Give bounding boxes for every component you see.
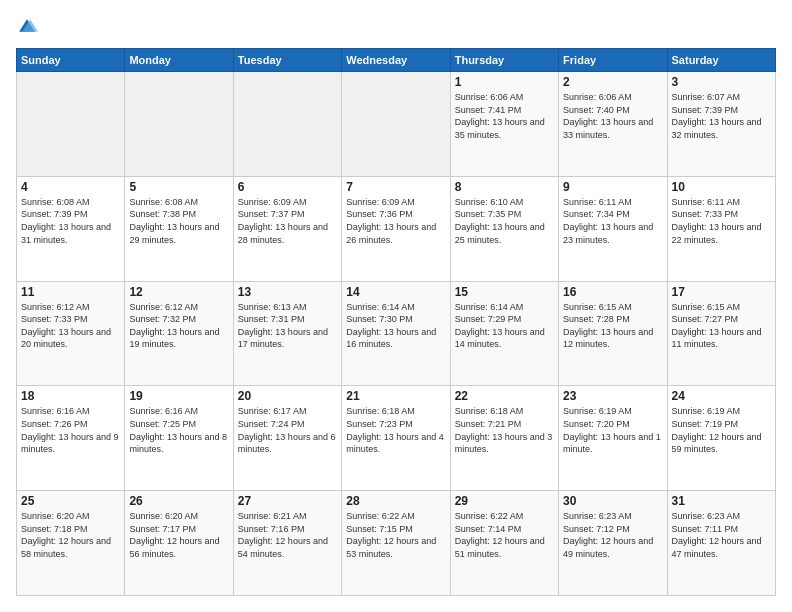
day-number: 9	[563, 180, 662, 194]
calendar-cell: 20Sunrise: 6:17 AMSunset: 7:24 PMDayligh…	[233, 386, 341, 491]
calendar-cell	[342, 72, 450, 177]
weekday-header-monday: Monday	[125, 49, 233, 72]
day-number: 6	[238, 180, 337, 194]
day-number: 29	[455, 494, 554, 508]
day-number: 24	[672, 389, 771, 403]
day-info: Sunrise: 6:15 AMSunset: 7:28 PMDaylight:…	[563, 301, 662, 351]
day-number: 8	[455, 180, 554, 194]
week-row-2: 4Sunrise: 6:08 AMSunset: 7:39 PMDaylight…	[17, 176, 776, 281]
calendar-cell	[233, 72, 341, 177]
day-info: Sunrise: 6:14 AMSunset: 7:29 PMDaylight:…	[455, 301, 554, 351]
calendar-cell: 25Sunrise: 6:20 AMSunset: 7:18 PMDayligh…	[17, 491, 125, 596]
calendar-cell: 26Sunrise: 6:20 AMSunset: 7:17 PMDayligh…	[125, 491, 233, 596]
weekday-header-saturday: Saturday	[667, 49, 775, 72]
generalblue-icon	[16, 16, 38, 38]
weekday-header-sunday: Sunday	[17, 49, 125, 72]
calendar-cell: 3Sunrise: 6:07 AMSunset: 7:39 PMDaylight…	[667, 72, 775, 177]
day-info: Sunrise: 6:21 AMSunset: 7:16 PMDaylight:…	[238, 510, 337, 560]
day-info: Sunrise: 6:06 AMSunset: 7:41 PMDaylight:…	[455, 91, 554, 141]
calendar-cell: 22Sunrise: 6:18 AMSunset: 7:21 PMDayligh…	[450, 386, 558, 491]
page: SundayMondayTuesdayWednesdayThursdayFrid…	[0, 0, 792, 612]
calendar-cell: 19Sunrise: 6:16 AMSunset: 7:25 PMDayligh…	[125, 386, 233, 491]
day-number: 12	[129, 285, 228, 299]
day-info: Sunrise: 6:23 AMSunset: 7:12 PMDaylight:…	[563, 510, 662, 560]
header	[16, 16, 776, 38]
calendar-cell: 7Sunrise: 6:09 AMSunset: 7:36 PMDaylight…	[342, 176, 450, 281]
day-number: 16	[563, 285, 662, 299]
day-number: 14	[346, 285, 445, 299]
logo	[16, 16, 42, 38]
calendar-cell: 4Sunrise: 6:08 AMSunset: 7:39 PMDaylight…	[17, 176, 125, 281]
calendar-cell: 2Sunrise: 6:06 AMSunset: 7:40 PMDaylight…	[559, 72, 667, 177]
calendar-cell: 14Sunrise: 6:14 AMSunset: 7:30 PMDayligh…	[342, 281, 450, 386]
day-info: Sunrise: 6:08 AMSunset: 7:38 PMDaylight:…	[129, 196, 228, 246]
week-row-4: 18Sunrise: 6:16 AMSunset: 7:26 PMDayligh…	[17, 386, 776, 491]
day-number: 31	[672, 494, 771, 508]
day-number: 5	[129, 180, 228, 194]
day-info: Sunrise: 6:23 AMSunset: 7:11 PMDaylight:…	[672, 510, 771, 560]
day-number: 10	[672, 180, 771, 194]
calendar-cell: 10Sunrise: 6:11 AMSunset: 7:33 PMDayligh…	[667, 176, 775, 281]
day-number: 1	[455, 75, 554, 89]
day-info: Sunrise: 6:08 AMSunset: 7:39 PMDaylight:…	[21, 196, 120, 246]
day-info: Sunrise: 6:17 AMSunset: 7:24 PMDaylight:…	[238, 405, 337, 455]
day-number: 17	[672, 285, 771, 299]
day-info: Sunrise: 6:09 AMSunset: 7:36 PMDaylight:…	[346, 196, 445, 246]
day-number: 15	[455, 285, 554, 299]
day-info: Sunrise: 6:07 AMSunset: 7:39 PMDaylight:…	[672, 91, 771, 141]
day-number: 22	[455, 389, 554, 403]
calendar-cell: 21Sunrise: 6:18 AMSunset: 7:23 PMDayligh…	[342, 386, 450, 491]
calendar-cell: 30Sunrise: 6:23 AMSunset: 7:12 PMDayligh…	[559, 491, 667, 596]
calendar-cell: 8Sunrise: 6:10 AMSunset: 7:35 PMDaylight…	[450, 176, 558, 281]
day-info: Sunrise: 6:10 AMSunset: 7:35 PMDaylight:…	[455, 196, 554, 246]
calendar-cell: 17Sunrise: 6:15 AMSunset: 7:27 PMDayligh…	[667, 281, 775, 386]
day-number: 2	[563, 75, 662, 89]
week-row-3: 11Sunrise: 6:12 AMSunset: 7:33 PMDayligh…	[17, 281, 776, 386]
calendar-cell: 18Sunrise: 6:16 AMSunset: 7:26 PMDayligh…	[17, 386, 125, 491]
day-number: 4	[21, 180, 120, 194]
calendar-cell: 11Sunrise: 6:12 AMSunset: 7:33 PMDayligh…	[17, 281, 125, 386]
day-info: Sunrise: 6:14 AMSunset: 7:30 PMDaylight:…	[346, 301, 445, 351]
week-row-5: 25Sunrise: 6:20 AMSunset: 7:18 PMDayligh…	[17, 491, 776, 596]
week-row-1: 1Sunrise: 6:06 AMSunset: 7:41 PMDaylight…	[17, 72, 776, 177]
day-info: Sunrise: 6:11 AMSunset: 7:34 PMDaylight:…	[563, 196, 662, 246]
day-info: Sunrise: 6:22 AMSunset: 7:14 PMDaylight:…	[455, 510, 554, 560]
weekday-header-friday: Friday	[559, 49, 667, 72]
day-info: Sunrise: 6:20 AMSunset: 7:17 PMDaylight:…	[129, 510, 228, 560]
day-number: 30	[563, 494, 662, 508]
calendar-cell: 6Sunrise: 6:09 AMSunset: 7:37 PMDaylight…	[233, 176, 341, 281]
day-info: Sunrise: 6:22 AMSunset: 7:15 PMDaylight:…	[346, 510, 445, 560]
calendar-cell: 27Sunrise: 6:21 AMSunset: 7:16 PMDayligh…	[233, 491, 341, 596]
calendar-cell: 29Sunrise: 6:22 AMSunset: 7:14 PMDayligh…	[450, 491, 558, 596]
calendar-cell: 24Sunrise: 6:19 AMSunset: 7:19 PMDayligh…	[667, 386, 775, 491]
day-number: 11	[21, 285, 120, 299]
calendar-cell: 16Sunrise: 6:15 AMSunset: 7:28 PMDayligh…	[559, 281, 667, 386]
day-info: Sunrise: 6:16 AMSunset: 7:25 PMDaylight:…	[129, 405, 228, 455]
weekday-header-wednesday: Wednesday	[342, 49, 450, 72]
weekday-header-thursday: Thursday	[450, 49, 558, 72]
day-info: Sunrise: 6:12 AMSunset: 7:32 PMDaylight:…	[129, 301, 228, 351]
day-number: 19	[129, 389, 228, 403]
calendar-cell: 5Sunrise: 6:08 AMSunset: 7:38 PMDaylight…	[125, 176, 233, 281]
day-number: 21	[346, 389, 445, 403]
day-number: 18	[21, 389, 120, 403]
day-number: 20	[238, 389, 337, 403]
day-info: Sunrise: 6:19 AMSunset: 7:20 PMDaylight:…	[563, 405, 662, 455]
day-number: 27	[238, 494, 337, 508]
calendar-cell: 15Sunrise: 6:14 AMSunset: 7:29 PMDayligh…	[450, 281, 558, 386]
calendar-cell: 12Sunrise: 6:12 AMSunset: 7:32 PMDayligh…	[125, 281, 233, 386]
day-info: Sunrise: 6:09 AMSunset: 7:37 PMDaylight:…	[238, 196, 337, 246]
day-info: Sunrise: 6:20 AMSunset: 7:18 PMDaylight:…	[21, 510, 120, 560]
calendar-cell	[17, 72, 125, 177]
day-number: 7	[346, 180, 445, 194]
calendar-cell: 23Sunrise: 6:19 AMSunset: 7:20 PMDayligh…	[559, 386, 667, 491]
day-info: Sunrise: 6:13 AMSunset: 7:31 PMDaylight:…	[238, 301, 337, 351]
day-number: 3	[672, 75, 771, 89]
calendar-cell: 9Sunrise: 6:11 AMSunset: 7:34 PMDaylight…	[559, 176, 667, 281]
day-info: Sunrise: 6:18 AMSunset: 7:23 PMDaylight:…	[346, 405, 445, 455]
calendar-cell	[125, 72, 233, 177]
day-number: 23	[563, 389, 662, 403]
weekday-header-row: SundayMondayTuesdayWednesdayThursdayFrid…	[17, 49, 776, 72]
day-info: Sunrise: 6:06 AMSunset: 7:40 PMDaylight:…	[563, 91, 662, 141]
calendar-cell: 28Sunrise: 6:22 AMSunset: 7:15 PMDayligh…	[342, 491, 450, 596]
